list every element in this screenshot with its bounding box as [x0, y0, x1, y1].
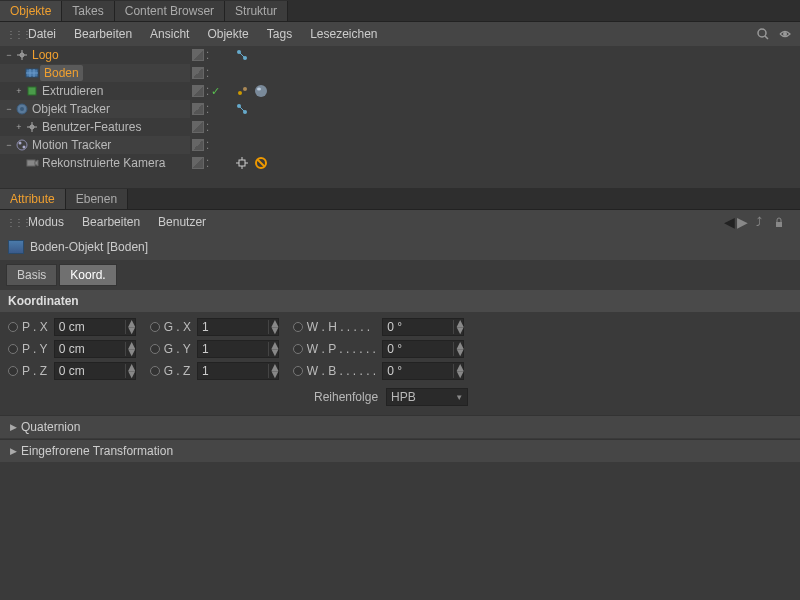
- drag-handle-icon[interactable]: ⋮⋮⋮: [6, 29, 18, 40]
- tag-constraint-icon[interactable]: [234, 47, 250, 63]
- expander-icon[interactable]: −: [4, 104, 14, 114]
- input-px[interactable]: [55, 320, 125, 334]
- visibility-toggle[interactable]: [192, 67, 204, 79]
- layer-dots-icon[interactable]: ⁚: [206, 158, 209, 169]
- tree-label[interactable]: Logo: [30, 48, 59, 62]
- menu-ansicht[interactable]: Ansicht: [142, 24, 197, 44]
- anim-dot-icon[interactable]: [293, 344, 303, 354]
- view-icon[interactable]: [776, 25, 794, 43]
- input-wh[interactable]: [383, 320, 453, 334]
- menu-bearbeiten[interactable]: Bearbeiten: [66, 24, 140, 44]
- tab-takes[interactable]: Takes: [62, 1, 114, 21]
- layer-dots-icon[interactable]: ⁚: [206, 122, 209, 133]
- expander-icon[interactable]: −: [4, 140, 14, 150]
- tree-row-benutzer-features[interactable]: + Benutzer-Features: [0, 118, 190, 136]
- layer-dots-icon[interactable]: ⁚: [206, 68, 209, 79]
- expander-icon[interactable]: +: [14, 86, 24, 96]
- subtab-koord[interactable]: Koord.: [59, 264, 116, 286]
- anim-dot-icon[interactable]: [8, 366, 18, 376]
- spinner-icon[interactable]: ▲▼: [268, 320, 278, 334]
- input-gy[interactable]: [198, 342, 268, 356]
- spinner-icon[interactable]: ▲▼: [125, 320, 135, 334]
- input-wb[interactable]: [383, 364, 453, 378]
- visibility-toggle[interactable]: [192, 139, 204, 151]
- menu-datei[interactable]: Datei: [20, 24, 64, 44]
- nav-up-icon[interactable]: ⤴: [750, 213, 768, 231]
- tree-label[interactable]: Benutzer-Features: [40, 120, 141, 134]
- nav-fwd-icon[interactable]: ▶: [737, 214, 748, 230]
- field-wb[interactable]: ▲▼: [382, 362, 464, 380]
- menu-modus[interactable]: Modus: [20, 212, 72, 232]
- spinner-icon[interactable]: ▲▼: [453, 342, 463, 356]
- spinner-icon[interactable]: ▲▼: [453, 364, 463, 378]
- spinner-icon[interactable]: ▲▼: [268, 364, 278, 378]
- spinner-icon[interactable]: ▲▼: [453, 320, 463, 334]
- input-wp[interactable]: [383, 342, 453, 356]
- search-icon[interactable]: [754, 25, 772, 43]
- tree-row-motion-tracker[interactable]: − Motion Tracker: [0, 136, 190, 154]
- input-gx[interactable]: [198, 320, 268, 334]
- menu-bearbeiten-2[interactable]: Bearbeiten: [74, 212, 148, 232]
- input-pz[interactable]: [55, 364, 125, 378]
- field-pz[interactable]: ▲▼: [54, 362, 136, 380]
- lock-icon[interactable]: [770, 213, 788, 231]
- field-gz[interactable]: ▲▼: [197, 362, 279, 380]
- visibility-toggle[interactable]: [192, 49, 204, 61]
- anim-dot-icon[interactable]: [8, 344, 18, 354]
- tree-label[interactable]: Boden: [40, 65, 83, 81]
- tag-material-icon[interactable]: [234, 83, 250, 99]
- field-wh[interactable]: ▲▼: [382, 318, 464, 336]
- tree-row-logo[interactable]: − Logo: [0, 46, 190, 64]
- menu-objekte[interactable]: Objekte: [199, 24, 256, 44]
- visibility-toggle[interactable]: [192, 103, 204, 115]
- nav-back-icon[interactable]: ◀: [724, 214, 735, 230]
- layer-dots-icon[interactable]: ⁚: [206, 86, 209, 97]
- input-gz[interactable]: [198, 364, 268, 378]
- menu-lesezeichen[interactable]: Lesezeichen: [302, 24, 385, 44]
- layer-dots-icon[interactable]: ⁚: [206, 140, 209, 151]
- anim-dot-icon[interactable]: [150, 344, 160, 354]
- layer-dots-icon[interactable]: ⁚: [206, 104, 209, 115]
- menu-tags[interactable]: Tags: [259, 24, 300, 44]
- field-py[interactable]: ▲▼: [54, 340, 136, 358]
- anim-dot-icon[interactable]: [293, 366, 303, 376]
- section-eingefrorene-transformation[interactable]: ▶ Eingefrorene Transformation: [0, 439, 800, 462]
- visibility-toggle[interactable]: [192, 157, 204, 169]
- tree-row-boden[interactable]: Boden: [0, 64, 190, 82]
- menu-benutzer[interactable]: Benutzer: [150, 212, 214, 232]
- checkmark-icon[interactable]: ✓: [211, 85, 220, 98]
- tree-row-extrudieren[interactable]: + Extrudieren: [0, 82, 190, 100]
- tab-struktur[interactable]: Struktur: [225, 1, 288, 21]
- field-px[interactable]: ▲▼: [54, 318, 136, 336]
- tree-label[interactable]: Rekonstruierte Kamera: [40, 156, 165, 170]
- tag-target-icon[interactable]: [234, 155, 250, 171]
- anim-dot-icon[interactable]: [8, 322, 18, 332]
- anim-dot-icon[interactable]: [293, 322, 303, 332]
- tab-objekte[interactable]: Objekte: [0, 1, 62, 21]
- tab-ebenen[interactable]: Ebenen: [66, 189, 128, 209]
- tree-row-rekonstruierte-kamera[interactable]: Rekonstruierte Kamera: [0, 154, 190, 172]
- spinner-icon[interactable]: ▲▼: [125, 342, 135, 356]
- tab-content-browser[interactable]: Content Browser: [115, 1, 225, 21]
- spinner-icon[interactable]: ▲▼: [268, 342, 278, 356]
- expander-icon[interactable]: −: [4, 50, 14, 60]
- tree-label[interactable]: Motion Tracker: [30, 138, 111, 152]
- tag-forbidden-icon[interactable]: [253, 155, 269, 171]
- tag-sphere-icon[interactable]: [253, 83, 269, 99]
- tag-constraint-icon[interactable]: [234, 101, 250, 117]
- tree-label[interactable]: Objekt Tracker: [30, 102, 110, 116]
- visibility-toggle[interactable]: [192, 85, 204, 97]
- tree-row-objekt-tracker[interactable]: − Objekt Tracker: [0, 100, 190, 118]
- dropdown-reihenfolge[interactable]: HPB ▼: [386, 388, 468, 406]
- drag-handle-icon[interactable]: ⋮⋮⋮: [6, 217, 18, 228]
- subtab-basis[interactable]: Basis: [6, 264, 57, 286]
- tree-label[interactable]: Extrudieren: [40, 84, 103, 98]
- layer-dots-icon[interactable]: ⁚: [206, 50, 209, 61]
- anim-dot-icon[interactable]: [150, 366, 160, 376]
- expander-icon[interactable]: +: [14, 122, 24, 132]
- field-wp[interactable]: ▲▼: [382, 340, 464, 358]
- section-quaternion[interactable]: ▶ Quaternion: [0, 415, 800, 438]
- field-gy[interactable]: ▲▼: [197, 340, 279, 358]
- anim-dot-icon[interactable]: [150, 322, 160, 332]
- input-py[interactable]: [55, 342, 125, 356]
